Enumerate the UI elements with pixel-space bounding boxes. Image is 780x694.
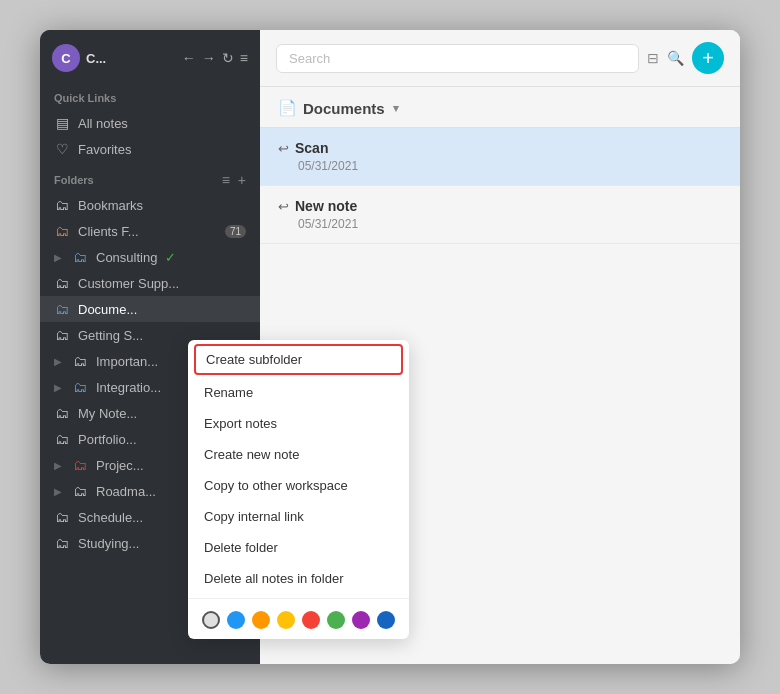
folder-icon-bookmarks: 🗂 bbox=[54, 197, 70, 213]
folder-header-icon: 📄 bbox=[278, 99, 297, 117]
note-icon-scan: ↩ bbox=[278, 141, 289, 156]
all-notes-label: All notes bbox=[78, 116, 128, 131]
back-icon[interactable]: ← bbox=[182, 50, 196, 66]
workspace-name: C... bbox=[86, 51, 106, 66]
folder-icon-studying: 🗂 bbox=[54, 535, 70, 551]
note-date-new-note: 05/31/2021 bbox=[278, 217, 722, 231]
sort-folders-icon[interactable]: ≡ bbox=[222, 172, 230, 188]
color-dot-orange[interactable] bbox=[252, 611, 270, 629]
folder-icon-clients: 🗂 bbox=[54, 223, 70, 239]
context-menu-delete-all-notes[interactable]: Delete all notes in folder bbox=[188, 563, 409, 594]
context-menu: Create subfolder Rename Export notes Cre… bbox=[188, 340, 409, 639]
all-notes-icon: ▤ bbox=[54, 115, 70, 131]
color-dot-green[interactable] bbox=[327, 611, 345, 629]
folders-actions: ≡ + bbox=[222, 172, 246, 188]
folder-header-bar: 📄 Documents ▾ bbox=[260, 87, 740, 128]
chevron-projects: ▶ bbox=[54, 460, 62, 471]
color-dot-blue[interactable] bbox=[227, 611, 245, 629]
color-dot-yellow[interactable] bbox=[277, 611, 295, 629]
refresh-icon[interactable]: ↻ bbox=[222, 50, 234, 66]
search-bar[interactable]: Search bbox=[276, 44, 639, 73]
clients-badge: 71 bbox=[225, 225, 246, 238]
note-title-scan: Scan bbox=[295, 140, 328, 156]
sidebar-item-customer-support[interactable]: 🗂 Customer Supp... bbox=[40, 270, 260, 296]
favorites-icon: ♡ bbox=[54, 141, 70, 157]
context-menu-delete-folder[interactable]: Delete folder bbox=[188, 532, 409, 563]
forward-icon[interactable]: → bbox=[202, 50, 216, 66]
folder-icon-integrations: 🗂 bbox=[72, 379, 88, 395]
quick-links-label: Quick Links bbox=[40, 82, 260, 110]
sidebar-item-favorites[interactable]: ♡ Favorites bbox=[40, 136, 260, 162]
chevron-important: ▶ bbox=[54, 356, 62, 367]
note-title-new-note: New note bbox=[295, 198, 357, 214]
filter-icon[interactable]: ⊟ bbox=[647, 50, 659, 66]
chevron-roadmap: ▶ bbox=[54, 486, 62, 497]
folder-icon-my-notes: 🗂 bbox=[54, 405, 70, 421]
note-date-scan: 05/31/2021 bbox=[278, 159, 722, 173]
add-folder-icon[interactable]: + bbox=[238, 172, 246, 188]
sidebar-item-clients[interactable]: 🗂 Clients F... 71 bbox=[40, 218, 260, 244]
note-icon-new-note: ↩ bbox=[278, 199, 289, 214]
folder-icon-roadmap: 🗂 bbox=[72, 483, 88, 499]
chevron-consulting: ▶ bbox=[54, 252, 62, 263]
add-button[interactable]: + bbox=[692, 42, 724, 74]
sidebar-item-all-notes[interactable]: ▤ All notes bbox=[40, 110, 260, 136]
context-menu-create-new-note[interactable]: Create new note bbox=[188, 439, 409, 470]
search-icon[interactable]: 🔍 bbox=[667, 50, 684, 66]
note-title-row-scan: ↩ Scan bbox=[278, 140, 722, 156]
check-consulting: ✓ bbox=[165, 250, 176, 265]
folder-icon-projects: 🗂 bbox=[72, 457, 88, 473]
folder-icon-schedule: 🗂 bbox=[54, 509, 70, 525]
context-menu-rename[interactable]: Rename bbox=[188, 377, 409, 408]
folder-header-name: Documents bbox=[303, 100, 385, 117]
favorites-label: Favorites bbox=[78, 142, 131, 157]
context-menu-copy-to-workspace[interactable]: Copy to other workspace bbox=[188, 470, 409, 501]
folders-label: Folders bbox=[54, 174, 94, 186]
color-dot-dark-blue[interactable] bbox=[377, 611, 395, 629]
folder-icon-portfolio: 🗂 bbox=[54, 431, 70, 447]
sidebar-item-consulting[interactable]: ▶ 🗂 Consulting ✓ bbox=[40, 244, 260, 270]
sidebar-header: C C... ← → ↻ ≡ bbox=[40, 30, 260, 82]
toolbar-right: ⊟ 🔍 + bbox=[647, 42, 724, 74]
main-toolbar: Search ⊟ 🔍 + bbox=[260, 30, 740, 87]
app-window: C C... ← → ↻ ≡ Quick Links ▤ All notes ♡… bbox=[40, 30, 740, 664]
context-menu-create-subfolder[interactable]: Create subfolder bbox=[194, 344, 403, 375]
folders-header: Folders ≡ + bbox=[40, 162, 260, 192]
note-title-row-new-note: ↩ New note bbox=[278, 198, 722, 214]
color-dots-row bbox=[188, 603, 409, 639]
search-placeholder: Search bbox=[289, 51, 330, 66]
color-dot-purple[interactable] bbox=[352, 611, 370, 629]
context-menu-copy-internal-link[interactable]: Copy internal link bbox=[188, 501, 409, 532]
folder-icon-customer-support: 🗂 bbox=[54, 275, 70, 291]
sidebar-item-bookmarks[interactable]: 🗂 Bookmarks bbox=[40, 192, 260, 218]
context-menu-separator bbox=[188, 598, 409, 599]
sidebar-item-documents[interactable]: 🗂 Docume... bbox=[40, 296, 260, 322]
folder-icon-documents: 🗂 bbox=[54, 301, 70, 317]
avatar[interactable]: C bbox=[52, 44, 80, 72]
folder-icon-important: 🗂 bbox=[72, 353, 88, 369]
note-item-new-note[interactable]: ↩ New note 05/31/2021 bbox=[260, 186, 740, 244]
context-menu-export-notes[interactable]: Export notes bbox=[188, 408, 409, 439]
chevron-integrations: ▶ bbox=[54, 382, 62, 393]
folder-icon-getting-started: 🗂 bbox=[54, 327, 70, 343]
folder-icon-consulting: 🗂 bbox=[72, 249, 88, 265]
note-item-scan[interactable]: ↩ Scan 05/31/2021 bbox=[260, 128, 740, 186]
folder-dropdown-arrow[interactable]: ▾ bbox=[393, 102, 399, 115]
header-icons: ← → ↻ ≡ bbox=[182, 50, 248, 66]
color-dot-default[interactable] bbox=[202, 611, 220, 629]
menu-icon[interactable]: ≡ bbox=[240, 50, 248, 66]
color-dot-red[interactable] bbox=[302, 611, 320, 629]
